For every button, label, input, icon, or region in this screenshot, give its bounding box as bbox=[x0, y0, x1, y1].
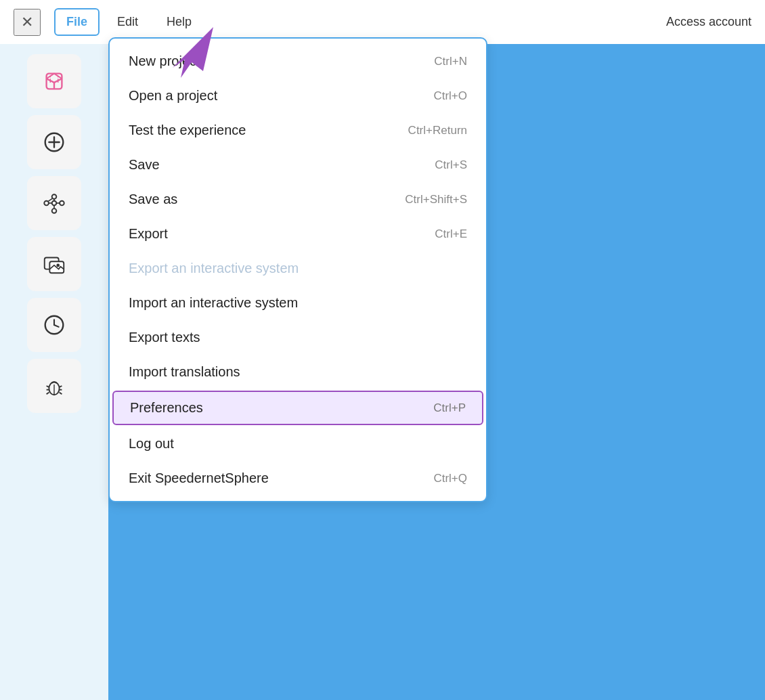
clock-sidebar-button[interactable] bbox=[27, 298, 81, 352]
cube-icon bbox=[41, 68, 67, 94]
import-interactive-item[interactable]: Import an interactive system bbox=[110, 286, 486, 320]
edit-menu-button[interactable]: Edit bbox=[106, 9, 149, 35]
open-project-shortcut: Ctrl+O bbox=[433, 89, 467, 103]
file-dropdown-menu: New project Ctrl+N Open a project Ctrl+O… bbox=[108, 37, 487, 502]
file-menu-button[interactable]: File bbox=[54, 8, 100, 36]
import-translations-item[interactable]: Import translations bbox=[110, 355, 486, 389]
bug-sidebar-button[interactable] bbox=[27, 359, 81, 413]
export-label: Export bbox=[129, 226, 168, 242]
svg-line-13 bbox=[48, 198, 52, 201]
close-button[interactable]: ✕ bbox=[14, 9, 41, 36]
test-experience-label: Test the experience bbox=[129, 123, 246, 138]
test-experience-item[interactable]: Test the experience Ctrl+Return bbox=[110, 113, 486, 148]
export-shortcut: Ctrl+E bbox=[435, 227, 467, 241]
save-as-shortcut: Ctrl+Shift+S bbox=[405, 193, 467, 206]
network-sidebar-button[interactable] bbox=[27, 176, 81, 230]
exit-item[interactable]: Exit SpeedernetSphere Ctrl+Q bbox=[110, 461, 486, 496]
access-account-button[interactable]: Access account bbox=[666, 15, 751, 29]
svg-point-5 bbox=[52, 194, 57, 199]
svg-point-8 bbox=[52, 201, 57, 206]
svg-point-7 bbox=[52, 209, 57, 213]
export-texts-item[interactable]: Export texts bbox=[110, 320, 486, 355]
svg-line-24 bbox=[60, 386, 62, 387]
exit-shortcut: Ctrl+Q bbox=[433, 472, 467, 485]
svg-point-4 bbox=[44, 201, 49, 206]
add-circle-sidebar-button[interactable] bbox=[27, 115, 81, 169]
svg-line-21 bbox=[47, 386, 49, 387]
import-translations-label: Import translations bbox=[129, 364, 240, 380]
svg-line-23 bbox=[47, 393, 49, 395]
preferences-shortcut: Ctrl+P bbox=[433, 401, 466, 415]
export-texts-label: Export texts bbox=[129, 330, 200, 345]
svg-point-6 bbox=[60, 201, 64, 206]
images-icon bbox=[41, 251, 67, 277]
network-icon bbox=[41, 190, 67, 216]
cube-sidebar-button[interactable] bbox=[27, 54, 81, 108]
exit-label: Exit SpeedernetSphere bbox=[129, 471, 269, 486]
open-project-label: Open a project bbox=[129, 88, 217, 104]
svg-point-16 bbox=[56, 264, 60, 267]
logout-label: Log out bbox=[129, 436, 174, 452]
save-shortcut: Ctrl+S bbox=[435, 158, 467, 172]
save-label: Save bbox=[129, 157, 160, 173]
svg-line-19 bbox=[54, 325, 59, 327]
save-as-label: Save as bbox=[129, 192, 177, 207]
bug-icon bbox=[41, 373, 67, 399]
export-interactive-item: Export an interactive system bbox=[110, 251, 486, 286]
arrow-pointer bbox=[159, 20, 220, 84]
images-sidebar-button[interactable] bbox=[27, 237, 81, 291]
save-as-item[interactable]: Save as Ctrl+Shift+S bbox=[110, 182, 486, 217]
svg-line-26 bbox=[60, 393, 62, 395]
import-interactive-label: Import an interactive system bbox=[129, 295, 298, 311]
sidebar bbox=[0, 44, 108, 700]
save-item[interactable]: Save Ctrl+S bbox=[110, 148, 486, 182]
export-item[interactable]: Export Ctrl+E bbox=[110, 217, 486, 251]
logout-item[interactable]: Log out bbox=[110, 426, 486, 461]
preferences-label: Preferences bbox=[130, 400, 203, 416]
new-project-shortcut: Ctrl+N bbox=[434, 55, 467, 68]
export-interactive-label: Export an interactive system bbox=[129, 261, 299, 276]
test-experience-shortcut: Ctrl+Return bbox=[408, 124, 467, 137]
preferences-item[interactable]: Preferences Ctrl+P bbox=[112, 391, 483, 425]
add-circle-icon bbox=[41, 129, 67, 155]
clock-icon bbox=[41, 312, 67, 338]
